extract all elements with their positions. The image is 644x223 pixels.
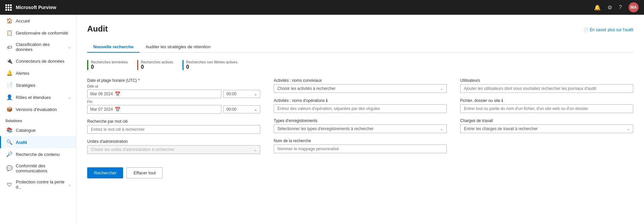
learn-more-link[interactable]: 📄 En savoir plus sur l'audit xyxy=(583,27,633,32)
solutions-section-label: Solutions xyxy=(0,115,76,124)
sidebar-item-gestionnaire[interactable]: 📋 Gestionnaire de conformité xyxy=(0,27,76,39)
page-title: Audit xyxy=(87,24,108,34)
keyword-input[interactable] xyxy=(87,125,260,134)
sidebar-item-strategies[interactable]: 📄 Stratégies xyxy=(0,79,76,91)
sidebar: 🏠 Accueil 📋 Gestionnaire de conformité 🏷… xyxy=(0,15,76,223)
tab-nouvelle-recherche[interactable]: Nouvelle recherche xyxy=(87,42,140,53)
plug-icon: 🔌 xyxy=(6,58,12,64)
sidebar-item-label: Protection contre la perte d... xyxy=(16,179,65,189)
stat-value-terminees: 0 xyxy=(91,64,128,70)
calendar-icon: 📅 xyxy=(115,91,120,97)
workloads-group: Charges de travail Entrer les charges de… xyxy=(460,118,633,133)
activities-dropdown[interactable]: Choisir les activités à rechercher ⌄ xyxy=(274,84,447,93)
header-left: Microsoft Purview xyxy=(5,4,56,11)
shield-icon: 🛡 xyxy=(6,182,12,187)
stat-recherches-terminees: Recherches terminées 0 xyxy=(87,60,128,70)
search-icon: 🔎 xyxy=(6,151,12,157)
chevron-down-icon: ⌄ xyxy=(254,107,257,112)
help-icon[interactable]: ? xyxy=(619,4,622,10)
sidebar-item-roles[interactable]: 👤 Rôles et étendues ⌄ xyxy=(0,91,76,103)
doc-icon: 📄 xyxy=(6,82,12,88)
tab-auditer-strategies[interactable]: Auditer les stratégies de rétention xyxy=(140,42,217,53)
sidebar-item-label: Audit xyxy=(16,140,27,145)
form-grid: Date et plage horaire (UTC) * Déb ut Mar… xyxy=(87,78,633,178)
tag-icon: 🏷 xyxy=(6,44,12,50)
operations-input[interactable] xyxy=(274,104,447,113)
keyword-group: Recherche par mot clé xyxy=(87,119,260,134)
keyword-label: Recherche par mot clé xyxy=(87,119,260,124)
sidebar-item-label: Accueil xyxy=(16,18,30,23)
app-logo: Microsoft Purview xyxy=(16,5,56,10)
sidebar-item-label: Classification des données xyxy=(16,42,65,52)
date-debut-group: Déb ut Mar 06 2024 📅 00:00 ⌄ xyxy=(87,84,260,98)
sidebar-item-conformite[interactable]: 💬 Conformité des communications xyxy=(0,160,76,176)
sidebar-item-versions[interactable]: 📦 Versions d'évaluation xyxy=(0,103,76,115)
chevron-down-icon: ⌄ xyxy=(254,148,257,152)
date-range-group: Date et plage horaire (UTC) * Déb ut Mar… xyxy=(87,78,260,114)
settings-icon[interactable]: ⚙ xyxy=(607,4,612,11)
stat-label-actives: Recherches actives xyxy=(141,60,173,64)
admin-units-dropdown[interactable]: Choisir les unités d'administration à re… xyxy=(87,145,260,154)
sidebar-item-audit[interactable]: 🔍 Audit xyxy=(0,136,76,148)
activities-placeholder: Choisir les activités à rechercher xyxy=(277,86,335,91)
chevron-down-icon: ⌄ xyxy=(440,127,443,131)
record-types-group: Types d'enregistrements Sélectionner les… xyxy=(274,118,447,133)
users-group: Utilisateurs xyxy=(460,78,633,93)
date-fin-field[interactable]: Mar 07 2024 📅 xyxy=(87,105,221,114)
learn-more-icon: 📄 xyxy=(583,27,588,32)
top-header: Microsoft Purview 🔔 ⚙ ? MA xyxy=(0,0,644,15)
sidebar-item-accueil[interactable]: 🏠 Accueil xyxy=(0,15,76,27)
sidebar-item-catalogue[interactable]: 📚 Catalogue xyxy=(0,124,76,136)
book-icon: 📚 xyxy=(6,127,12,133)
sidebar-item-label: Conformité des communications xyxy=(16,163,71,173)
sidebar-item-label: Stratégies xyxy=(16,83,36,88)
chevron-down-icon: ⌄ xyxy=(440,87,443,91)
chevron-down-icon: ⌄ xyxy=(68,183,71,186)
sidebar-item-protection[interactable]: 🛡 Protection contre la perte d... ⌄ xyxy=(0,176,76,192)
search-button[interactable]: Rechercher xyxy=(87,167,123,178)
date-fin-group: Fin Mar 07 2024 📅 00:00 ⌄ xyxy=(87,100,260,114)
info-icon[interactable]: ℹ xyxy=(501,98,503,103)
avatar[interactable]: MA xyxy=(629,2,639,12)
sidebar-item-label: Versions d'évaluation xyxy=(16,107,57,112)
sidebar-item-alertes[interactable]: 🔔 Alertes xyxy=(0,67,76,79)
header-right: 🔔 ⚙ ? MA xyxy=(594,2,639,12)
package-icon: 📦 xyxy=(6,106,12,112)
users-label: Utilisateurs xyxy=(460,78,633,83)
date-debut-row: Mar 06 2024 📅 00:00 ⌄ xyxy=(87,90,260,98)
operations-group: Activités : noms d'opérations ℹ xyxy=(274,98,447,113)
admin-units-label: Unités d'administration xyxy=(87,139,260,144)
record-types-label: Types d'enregistrements xyxy=(274,118,447,123)
clear-button[interactable]: Effacer tout xyxy=(126,167,163,178)
notification-icon[interactable]: 🔔 xyxy=(594,4,601,11)
sidebar-item-connecteurs[interactable]: 🔌 Connecteurs de données xyxy=(0,55,76,67)
time-fin-dropdown[interactable]: 00:00 ⌄ xyxy=(223,105,260,113)
users-input[interactable] xyxy=(460,84,633,93)
sidebar-item-label: Recherche de contenu xyxy=(16,152,60,157)
date-debut-field[interactable]: Mar 06 2024 📅 xyxy=(87,90,221,98)
stat-label-terminees: Recherches terminées xyxy=(91,60,128,64)
app-grid-icon[interactable] xyxy=(5,4,12,11)
info-icon[interactable]: ℹ xyxy=(326,98,328,103)
form-column-3: Utilisateurs Fichier, dossier ou site ℹ … xyxy=(460,78,633,178)
home-icon: 🏠 xyxy=(6,18,12,24)
file-input[interactable] xyxy=(460,104,633,113)
file-label: Fichier, dossier ou site xyxy=(460,98,500,103)
stat-recherches-non-filtrees: Recherches non filtrées actives 0 xyxy=(182,60,237,70)
search-name-label: Nom de la recherche xyxy=(274,138,447,143)
sidebar-item-label: Catalogue xyxy=(16,128,36,133)
file-group: Fichier, dossier ou site ℹ xyxy=(460,98,633,113)
chevron-down-icon: ⌄ xyxy=(68,96,71,99)
sidebar-item-classification[interactable]: 🏷 Classification des données ⌄ xyxy=(0,39,76,55)
layout: 🏠 Accueil 📋 Gestionnaire de conformité 🏷… xyxy=(0,15,644,223)
record-types-dropdown[interactable]: Sélectionner les types d'enregistrements… xyxy=(274,124,447,133)
form-column-2: Activités : noms conviviaux Choisir les … xyxy=(274,78,447,178)
date-fin-row: Mar 07 2024 📅 00:00 ⌄ xyxy=(87,105,260,114)
sidebar-item-recherche[interactable]: 🔎 Recherche de contenu xyxy=(0,148,76,160)
fin-label: Fin xyxy=(87,100,260,104)
workloads-label: Charges de travail xyxy=(460,118,633,123)
workloads-dropdown[interactable]: Entrer les charges de travail à recherch… xyxy=(460,124,633,133)
time-debut-dropdown[interactable]: 00:00 ⌄ xyxy=(223,90,260,98)
search-name-input[interactable] xyxy=(274,145,447,153)
activities-group: Activités : noms conviviaux Choisir les … xyxy=(274,78,447,93)
